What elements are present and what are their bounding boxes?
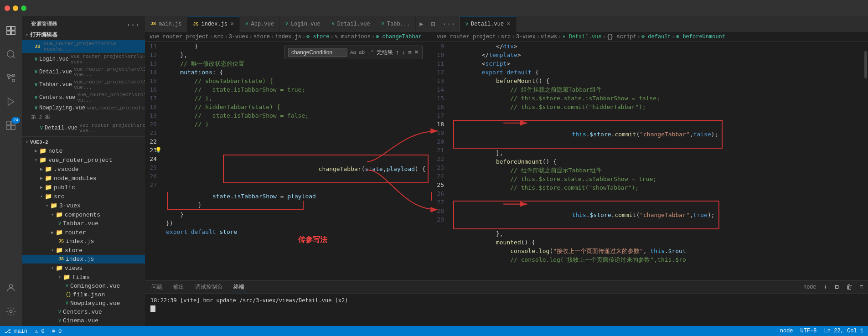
activity-icon-git[interactable]: [0, 67, 22, 89]
tree-vscode[interactable]: ▶ 📁 .vscode: [22, 165, 145, 174]
terminal-node-badge: node: [803, 284, 816, 290]
open-file-4[interactable]: V Tabbar.vue vue_router_project\src\3-vu…: [22, 78, 145, 91]
open-file-1[interactable]: JS index.js vue_router_project\src\3-vue…: [22, 40, 145, 53]
terminal-tab-debug-console[interactable]: 调试控制台: [193, 283, 224, 291]
find-expand-btn[interactable]: ≡: [408, 49, 412, 56]
open-editors-section[interactable]: ▾ 打开编辑器: [22, 30, 145, 40]
find-close-btn[interactable]: ×: [414, 49, 418, 57]
tab-login-vue[interactable]: V Login.vue: [280, 16, 326, 32]
tree-src[interactable]: ▾ 📁 src: [22, 192, 145, 201]
title-bar: [0, 0, 868, 16]
tree-centers[interactable]: V Centers.vue: [22, 308, 145, 316]
terminal-tab-output[interactable]: 输出: [171, 283, 186, 291]
status-right: node UTF-8 Ln 22, Col 1: [780, 328, 863, 334]
find-option-ab[interactable]: ab: [359, 50, 365, 55]
tree-vue-router-project[interactable]: ▾ 📁 vue_router_project: [22, 155, 145, 165]
breadcrumb-left: vue_router_project › src › 3-vuex › stor…: [145, 32, 432, 42]
window-maximize-btn[interactable]: [21, 5, 26, 11]
tab-index-js[interactable]: JS index.js ×: [187, 16, 240, 32]
more-tabs-btn[interactable]: ···: [439, 16, 459, 32]
terminal-line-1: 18:22:39 [vite] hmr update /src/3-vuex/v…: [150, 296, 863, 305]
tree-views[interactable]: ▾ 📁 views: [22, 264, 145, 273]
terminal-delete-btn[interactable]: 🗑: [846, 284, 852, 291]
tree-3-vuex[interactable]: ▾ 📁 3-vuex: [22, 201, 145, 210]
status-errors[interactable]: ⊕ 0: [52, 328, 62, 335]
tree-components[interactable]: ▾ 📁 components: [22, 210, 145, 219]
sidebar-more-btn[interactable]: ...: [126, 20, 140, 28]
terminal-tab-terminal[interactable]: 终端: [232, 283, 246, 291]
terminal-content[interactable]: 18:22:39 [vite] hmr update /src/3-vuex/v…: [145, 294, 868, 326]
tree-note[interactable]: ▶ 📁 note: [22, 146, 145, 155]
extensions-badge: 24: [11, 117, 20, 124]
right-code-area: 9101112 13141516 17 18 19202122 2324 25 …: [432, 42, 868, 280]
window-minimize-btn[interactable]: [13, 5, 18, 11]
svg-point-4: [7, 51, 14, 57]
svg-point-15: [10, 310, 12, 313]
find-prev-btn[interactable]: ↑: [396, 49, 399, 56]
group-2-file[interactable]: V Detail.vue vue_router_project\src\3-vu…: [22, 122, 145, 134]
tree-router-index[interactable]: JS index.js: [22, 237, 145, 246]
svg-rect-10: [7, 121, 10, 125]
open-editors-title: 打开编辑器: [30, 31, 57, 39]
open-file-5[interactable]: V Centers.vue vue_router_project\src\3-v…: [22, 91, 145, 104]
terminal-split-btn[interactable]: ⊟: [835, 283, 838, 291]
tab-index-close[interactable]: ×: [230, 21, 234, 28]
svg-line-5: [13, 56, 15, 58]
activity-icon-search[interactable]: [0, 43, 22, 65]
editors-split: vue_router_project › src › 3-vuex › stor…: [145, 32, 868, 280]
code-lines-right: </div> </template> <script> export defau…: [449, 42, 863, 280]
run-btn[interactable]: ▶: [416, 16, 427, 32]
find-option-regex[interactable]: .*: [367, 50, 373, 55]
tab-main-js[interactable]: JS main.js: [145, 16, 187, 32]
editors-area: JS main.js JS index.js × V App.vue V Log…: [145, 16, 868, 326]
status-node[interactable]: node: [780, 328, 793, 334]
window-close-btn[interactable]: [5, 5, 10, 11]
tab-tabb-vue[interactable]: V Tabb...: [376, 16, 416, 32]
terminal-more-btn[interactable]: ≡: [860, 284, 863, 291]
status-encoding[interactable]: UTF-8: [801, 328, 817, 334]
tab-app-vue[interactable]: V App.vue: [240, 16, 279, 32]
activity-icon-extensions[interactable]: 24: [0, 114, 22, 136]
split-editor-btn[interactable]: ⊟: [427, 16, 439, 32]
activity-icon-accounts[interactable]: [0, 277, 22, 299]
find-next-btn[interactable]: ↓: [402, 49, 405, 56]
vue3-2-section[interactable]: ▾ VUE3-2: [22, 136, 145, 146]
right-scrollbar[interactable]: [863, 42, 868, 280]
tab-detail-vue-right[interactable]: V Detail.vue ×: [460, 16, 516, 32]
tree-node-modules[interactable]: ▶ 📁 node_modules: [22, 174, 145, 183]
group-2-header[interactable]: 第 2 组: [22, 112, 145, 122]
right-editor-pane: vue_router_project › src › 3-vuex › view…: [432, 32, 868, 280]
terminal-add-btn[interactable]: +: [824, 284, 827, 291]
tree-public[interactable]: ▶ 📁 public: [22, 183, 145, 192]
tree-store[interactable]: ▾ 📁 store: [22, 246, 145, 255]
terminal-tab-problems[interactable]: 问题: [150, 283, 164, 291]
svg-rect-1: [11, 26, 15, 30]
tree-films[interactable]: ▾ 📁 films: [22, 273, 145, 282]
status-warnings[interactable]: ⚠ 0: [35, 328, 45, 335]
tree-router[interactable]: ▶ 📁 router: [22, 228, 145, 237]
tree-film-json[interactable]: {} film.json: [22, 290, 145, 299]
terminal-tab-bar: 问题 输出 调试控制台 终端 node + ⊟ 🗑 ≡: [145, 281, 868, 294]
activity-icon-settings[interactable]: [0, 300, 22, 322]
status-left: ⎇ main ⚠ 0 ⊕ 0: [5, 328, 62, 335]
open-file-6[interactable]: V Nowplaying.vue vue_router_project\src.…: [22, 104, 145, 112]
activity-icon-debug[interactable]: [0, 91, 22, 113]
activity-icon-explorer[interactable]: [0, 20, 22, 41]
open-file-2[interactable]: V Login.vue vue_router_project\src\3-vue…: [22, 53, 145, 66]
find-option-aa[interactable]: Aa: [350, 50, 356, 55]
svg-rect-2: [7, 31, 10, 35]
annotation-text: 传参写法: [298, 235, 327, 244]
tree-cinema[interactable]: V Cinema.vue: [22, 316, 145, 325]
find-input[interactable]: [288, 48, 347, 57]
terminal-panel: 问题 输出 调试控制台 终端 node + ⊟ 🗑 ≡ 18:22:39 [vi…: [145, 280, 868, 326]
open-file-3[interactable]: V Detail.vue vue_router_project\src\3-vu…: [22, 66, 145, 78]
tree-comingsoon[interactable]: V Comingsoon.vue: [22, 282, 145, 290]
status-branch[interactable]: ⎇ main: [5, 328, 27, 335]
tree-store-index[interactable]: JS index.js: [22, 255, 145, 264]
tree-tabbar-vue[interactable]: V Tabbar.vue: [22, 219, 145, 228]
tree-nowplaying[interactable]: V Nowplaying.vue: [22, 299, 145, 308]
tab-detail-vue[interactable]: V Detail.vue: [326, 16, 376, 32]
status-ln-col[interactable]: Ln 22, Col 1: [824, 328, 863, 334]
sidebar: 资源管理器 ... ▾ 打开编辑器 JS index.js vue_router…: [22, 16, 145, 326]
tab-detail-close-right[interactable]: ×: [506, 21, 510, 28]
